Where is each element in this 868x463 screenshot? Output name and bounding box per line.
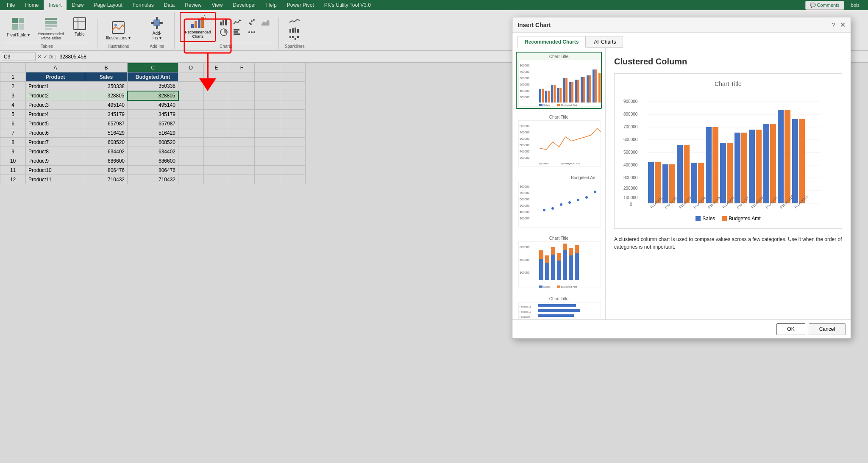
svg-rect-55	[542, 89, 544, 103]
svg-rect-111	[563, 250, 567, 280]
svg-rect-170	[763, 124, 769, 203]
svg-text:500000: 500000	[520, 258, 529, 261]
dialog-footer: OK Cancel	[512, 319, 851, 338]
svg-text:Product9: Product9	[520, 316, 530, 318]
svg-rect-75	[539, 104, 542, 106]
chart-thumb-scatter[interactable]: Budgeted Amt 800000 700000 600000 500000…	[516, 173, 602, 230]
svg-text:800000: 800000	[520, 125, 529, 128]
svg-text:800000: 800000	[623, 112, 638, 116]
svg-rect-175	[799, 119, 805, 203]
thumb-canvas-1: 800000 700000 600000 500000 400000 30000…	[518, 60, 601, 106]
svg-text:300000: 300000	[520, 217, 529, 220]
svg-rect-70	[587, 75, 589, 103]
dialog-overlay: Insert Chart ? ✕ Recommended Charts All …	[0, 0, 868, 463]
chart-list: Chart Title 800000 700000 600000 500000 …	[512, 48, 606, 319]
chart-preview-title: Chart Title	[621, 80, 835, 87]
chart-thumb-stacked-bar[interactable]: Chart Title 800000 500000 300000	[516, 233, 602, 291]
insert-chart-dialog: Insert Chart ? ✕ Recommended Charts All …	[512, 17, 851, 339]
svg-rect-61	[559, 88, 562, 103]
svg-text:300000: 300000	[623, 175, 638, 180]
svg-rect-156	[662, 164, 668, 203]
svg-rect-164	[720, 143, 726, 203]
svg-text:400000: 400000	[520, 150, 529, 153]
svg-text:900000: 900000	[623, 99, 638, 104]
thumb-title-4: Chart Title	[518, 236, 599, 241]
tab-recommended-charts[interactable]: Recommended Charts	[517, 36, 586, 48]
svg-point-94	[551, 207, 554, 210]
svg-text:Product10: Product10	[520, 311, 531, 313]
svg-point-93	[543, 209, 545, 211]
chart-thumb-line[interactable]: Chart Title 800000 700000 600000 500000 …	[516, 112, 602, 169]
svg-rect-106	[545, 255, 549, 263]
svg-rect-174	[792, 119, 798, 203]
svg-rect-66	[575, 80, 577, 103]
svg-rect-163	[712, 127, 718, 203]
svg-text:500000: 500000	[520, 144, 529, 147]
svg-text:100000: 100000	[623, 195, 638, 200]
dialog-controls: ? ✕	[832, 21, 846, 29]
svg-rect-117	[539, 286, 542, 288]
svg-text:700000: 700000	[520, 191, 529, 194]
thumb-canvas-5: Product11 Product10 Product9 Product8 Pr…	[518, 302, 601, 319]
svg-rect-109	[557, 261, 561, 280]
svg-rect-64	[569, 82, 571, 103]
svg-text:600000: 600000	[520, 198, 529, 201]
legend-budgeted-color	[722, 216, 727, 221]
svg-rect-166	[734, 133, 740, 203]
svg-rect-56	[545, 91, 547, 103]
thumb-canvas-4: 800000 500000 300000	[518, 241, 601, 288]
chart-thumb-horiz-bar[interactable]: Chart Title Product11 Product10 Product9…	[516, 294, 602, 319]
legend-sales-label: Sales	[702, 216, 715, 222]
svg-text:Budgeted Amt: Budgeted Amt	[561, 104, 577, 106]
svg-text:700000: 700000	[623, 125, 638, 129]
svg-text:Sales: Sales	[543, 104, 550, 106]
svg-rect-160	[691, 163, 697, 203]
legend-budgeted-label: Budgeted Amt	[729, 216, 760, 222]
svg-text:300000: 300000	[520, 96, 529, 99]
svg-rect-77	[557, 104, 560, 106]
legend-sales-color	[696, 216, 701, 221]
dialog-close-button[interactable]: ✕	[840, 21, 846, 29]
svg-rect-62	[563, 78, 565, 103]
svg-rect-58	[551, 85, 553, 103]
cancel-button[interactable]: Cancel	[809, 323, 846, 335]
thumb-canvas-2: 800000 700000 600000 500000 400000 30000…	[518, 120, 601, 167]
dialog-header: Insert Chart ? ✕	[512, 17, 851, 33]
svg-rect-104	[539, 250, 543, 259]
svg-rect-71	[589, 75, 591, 103]
svg-text:500000: 500000	[623, 150, 638, 155]
svg-rect-72	[593, 69, 595, 103]
svg-text:600000: 600000	[623, 137, 638, 142]
svg-point-98	[585, 196, 588, 199]
svg-point-97	[577, 199, 579, 201]
svg-text:500000: 500000	[520, 83, 529, 86]
svg-rect-110	[557, 253, 561, 261]
dialog-body: Chart Title 800000 700000 600000 500000 …	[512, 48, 851, 319]
svg-rect-112	[563, 244, 567, 250]
dialog-title: Insert Chart	[517, 22, 551, 28]
chart-preview-area: Chart Title 900000 800000 700000 600000 …	[614, 73, 842, 229]
thumb-title-2: Chart Title	[518, 115, 599, 119]
ok-button[interactable]: OK	[776, 323, 805, 335]
svg-text:▬ Budgeted Amt: ▬ Budgeted Amt	[561, 162, 581, 165]
svg-rect-172	[778, 110, 784, 203]
svg-rect-57	[548, 91, 550, 103]
svg-rect-165	[727, 143, 733, 203]
svg-point-99	[594, 191, 596, 193]
chart-thumb-clustered-column[interactable]: Chart Title 800000 700000 600000 500000 …	[516, 52, 602, 109]
chart-type-name: Clustered Column	[614, 57, 842, 67]
chart-description: A clustered column chart is used to comp…	[614, 236, 842, 251]
svg-rect-63	[565, 78, 568, 103]
svg-rect-113	[569, 255, 573, 280]
svg-rect-107	[551, 255, 555, 280]
svg-text:800000: 800000	[520, 185, 529, 188]
svg-rect-173	[785, 110, 790, 203]
dialog-help-icon[interactable]: ?	[832, 22, 835, 28]
svg-text:800000: 800000	[520, 64, 529, 67]
svg-text:300000: 300000	[520, 271, 529, 274]
svg-rect-130	[538, 314, 574, 317]
svg-rect-162	[706, 127, 712, 203]
svg-rect-167	[741, 133, 747, 203]
tab-all-charts[interactable]: All Charts	[587, 36, 623, 48]
svg-rect-74	[598, 73, 601, 103]
